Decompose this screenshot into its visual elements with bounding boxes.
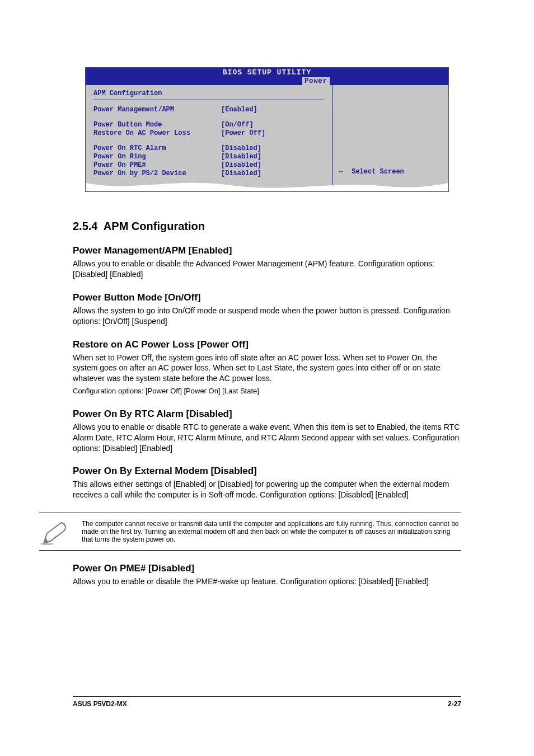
paragraph: When set to Power Off, the system goes i… <box>73 353 461 384</box>
paragraph: Allows you to enable or disable the PME#… <box>73 576 461 587</box>
svg-point-0 <box>40 543 54 545</box>
note-callout: The computer cannot receive or transmit … <box>39 513 461 551</box>
page-footer: ASUS P5VD2-MX 2-27 <box>73 696 461 708</box>
bios-row[interactable]: Restore On AC Power Loss [Power Off] <box>93 129 325 138</box>
bios-row-value: [Power Off] <box>221 129 325 138</box>
footer-left: ASUS P5VD2-MX <box>73 700 127 708</box>
bios-row-label: Power On by PS/2 Device <box>93 170 221 178</box>
note-text: The computer cannot receive or transmit … <box>82 520 459 543</box>
bios-row-label: Power On RTC Alarm <box>93 144 221 153</box>
help-select-screen: Select Screen <box>352 168 404 176</box>
bios-row-value: [Disabled] <box>221 170 325 178</box>
bios-row-value: [Disabled] <box>221 153 325 161</box>
bios-section-heading: APM Configuration <box>93 90 325 100</box>
heading: Restore on AC Power Loss [Power Off] <box>73 339 461 350</box>
bios-row-value: [On/Off] <box>221 121 325 129</box>
bios-help-panel: ↔ Select Screen <box>333 85 448 191</box>
bios-row-value: [Disabled] <box>221 161 325 170</box>
arrows-icon: ↔ <box>339 168 341 176</box>
heading: Power On By RTC Alarm [Disabled] <box>73 408 461 420</box>
paragraph: Allows you to enable or disable the Adva… <box>73 259 461 280</box>
bios-title: BIOS SETUP UTILITY <box>223 68 311 77</box>
bios-row-label: Power Button Mode <box>93 121 221 129</box>
bios-row[interactable]: Power On by PS/2 Device [Disabled] <box>93 170 325 178</box>
bios-tab-power[interactable]: Power <box>302 77 330 85</box>
bios-row[interactable]: Power Management/APM [Enabled] <box>93 106 325 114</box>
paragraph: Allows the system to go into On/Off mode… <box>73 306 461 327</box>
heading: Power On PME# [Disabled] <box>73 563 461 574</box>
bios-row-value: [Enabled] <box>221 106 325 114</box>
paragraph: This allows either settings of [Enabled]… <box>73 479 461 500</box>
bios-row-value: [Disabled] <box>221 144 325 153</box>
pencil-note-icon <box>39 518 69 548</box>
bios-row-label: Restore On AC Power Loss <box>93 129 221 138</box>
heading: Power On By External Modem [Disabled] <box>73 466 461 477</box>
bios-screenshot: BIOS SETUP UTILITY Power APM Configurati… <box>85 67 449 192</box>
paragraph: Configuration options: [Power Off] [Powe… <box>73 386 461 396</box>
bios-row-label: Power Management/APM <box>93 106 221 114</box>
bios-row-label: Power On PME# <box>93 161 221 170</box>
bios-row[interactable]: Power On RTC Alarm [Disabled] <box>93 144 325 153</box>
bios-row[interactable]: Power On PME# [Disabled] <box>93 161 325 170</box>
bios-title-bar: BIOS SETUP UTILITY Power <box>86 68 448 85</box>
section-number: 2.5.4 APM Configuration <box>73 220 461 233</box>
bios-left-panel: APM Configuration Power Management/APM [… <box>86 85 333 191</box>
heading: Power Management/APM [Enabled] <box>73 245 461 256</box>
bios-row[interactable]: Power Button Mode [On/Off] <box>93 121 325 129</box>
heading: Power Button Mode [On/Off] <box>73 292 461 303</box>
paragraph: Allows you to enable or disable RTC to g… <box>73 422 461 454</box>
bios-row[interactable]: Power On Ring [Disabled] <box>93 153 325 161</box>
bios-row-label: Power On Ring <box>93 153 221 161</box>
footer-right: 2-27 <box>448 700 461 708</box>
